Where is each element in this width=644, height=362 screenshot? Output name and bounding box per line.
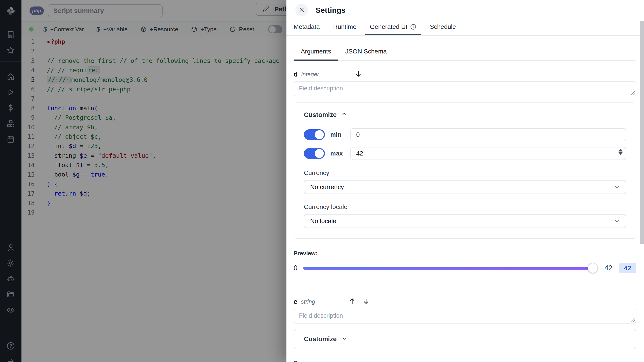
- currency-label: Currency: [304, 169, 626, 177]
- field-d-preview-slider-row: 0 42 42: [294, 262, 636, 274]
- field-d-description-input[interactable]: [294, 82, 636, 96]
- currency-locale-value: No locale: [310, 217, 336, 225]
- settings-drawer: Settings MetadataRuntimeGenerated UISche…: [286, 0, 644, 362]
- tab-label: Metadata: [294, 23, 320, 31]
- value-slider[interactable]: [303, 267, 597, 270]
- chevron-down-icon: [341, 335, 348, 343]
- slider-max-label: 42: [605, 264, 612, 272]
- min-toggle[interactable]: [304, 129, 325, 140]
- tab-runtime[interactable]: Runtime: [329, 20, 361, 35]
- field-d-preview-label: Preview:: [294, 250, 636, 257]
- customize-toggle[interactable]: Customize: [304, 111, 626, 119]
- tab-schedule[interactable]: Schedule: [425, 20, 460, 35]
- field-e-description-input[interactable]: [294, 309, 636, 323]
- close-icon: [298, 7, 305, 14]
- close-button[interactable]: [296, 4, 308, 16]
- subtab-arguments[interactable]: Arguments: [294, 48, 338, 61]
- field-e-customize-card: Customize: [294, 329, 636, 349]
- settings-title: Settings: [316, 6, 346, 15]
- app-window: php Path $+Context Var$+Variable+Resourc…: [0, 0, 644, 362]
- field-d-customize-card: Customize min max: [294, 103, 636, 239]
- panel-scrollbar[interactable]: [640, 21, 644, 244]
- field-e-header: e string: [294, 297, 636, 306]
- currency-locale-select[interactable]: No locale: [304, 214, 626, 228]
- settings-header: Settings: [286, 0, 644, 20]
- tab-label: Schedule: [430, 23, 456, 31]
- chevron-down-icon: [614, 184, 620, 190]
- currency-value: No currency: [310, 183, 344, 191]
- field-e-name: e: [294, 298, 298, 305]
- max-label: max: [330, 150, 347, 157]
- schema-subtabs: ArgumentsJSON Schema: [294, 48, 636, 61]
- max-value-input[interactable]: [350, 147, 626, 160]
- slider-thumb[interactable]: [588, 263, 598, 273]
- slider-min-label: 0: [294, 264, 298, 272]
- min-label: min: [330, 131, 347, 138]
- info-icon: [410, 24, 416, 30]
- min-row: min: [304, 128, 626, 141]
- tab-metadata[interactable]: Metadata: [294, 20, 324, 35]
- field-d-header: d integer: [294, 70, 636, 78]
- max-toggle[interactable]: [304, 148, 325, 159]
- tab-label: Generated UI: [370, 23, 408, 31]
- field-e-preview-label: Preview:: [294, 359, 636, 362]
- tab-label: Runtime: [333, 23, 356, 31]
- currency-select[interactable]: No currency: [304, 180, 626, 194]
- move-down-icon[interactable]: [362, 297, 370, 306]
- chevron-up-icon: [341, 111, 348, 119]
- move-up-icon[interactable]: [348, 297, 356, 306]
- customize-toggle[interactable]: Customize: [304, 335, 626, 343]
- tab-label: JSON Schema: [345, 48, 386, 55]
- max-row: max: [304, 147, 626, 160]
- settings-body: ArgumentsJSON Schema d integer Customize: [286, 36, 644, 362]
- slider-value-badge: 42: [619, 263, 636, 273]
- move-down-icon[interactable]: [355, 70, 362, 78]
- field-d-name: d: [294, 71, 298, 78]
- currency-locale-label: Currency locale: [304, 203, 626, 211]
- resize-handle-icon[interactable]: [630, 90, 635, 95]
- customize-label: Customize: [304, 111, 337, 119]
- number-stepper-icon[interactable]: [618, 149, 622, 155]
- customize-label: Customize: [304, 335, 337, 343]
- field-d-type: integer: [301, 71, 319, 78]
- min-value-input[interactable]: [350, 128, 626, 141]
- chevron-down-icon: [614, 218, 620, 224]
- tab-generated-ui[interactable]: Generated UI: [366, 20, 421, 35]
- subtab-json-schema[interactable]: JSON Schema: [338, 48, 394, 61]
- settings-tabs: MetadataRuntimeGenerated UISchedule: [286, 20, 644, 36]
- resize-handle-icon[interactable]: [630, 318, 635, 322]
- field-e-type: string: [301, 298, 315, 305]
- tab-label: Arguments: [301, 48, 331, 55]
